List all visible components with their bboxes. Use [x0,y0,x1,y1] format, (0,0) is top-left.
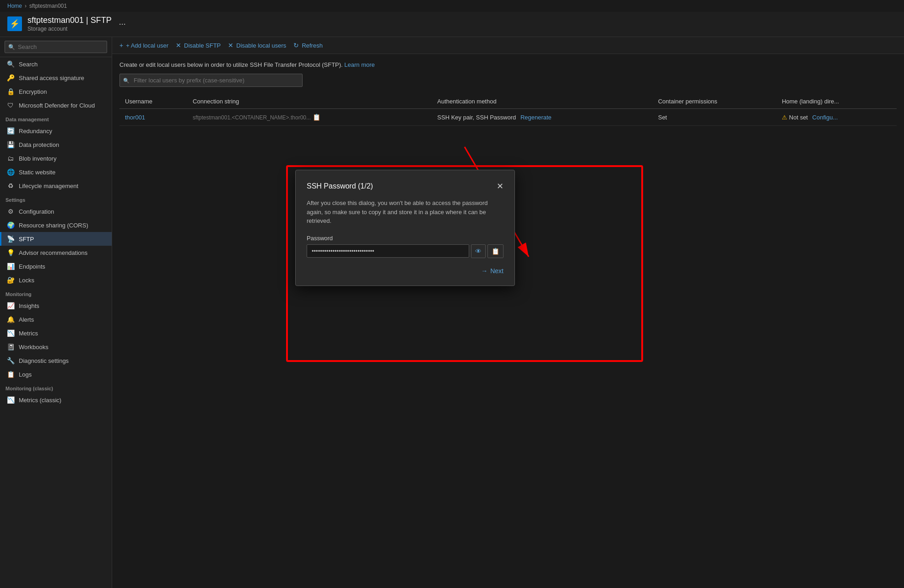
main-content: + + Add local user ✕ Disable SFTP ✕ Disa… [112,37,904,588]
sidebar-item-label-data-protection: Data protection [19,141,59,148]
table-row: thor001sftptestman001.<CONTAINER_NAME>.t… [119,109,897,126]
sidebar-item-label-logs: Logs [19,371,32,378]
sidebar-item-advisor[interactable]: 💡Advisor recommendations [0,246,112,259]
sidebar-item-alerts[interactable]: 🔔Alerts [0,313,112,326]
password-input[interactable] [307,244,469,258]
search-wrap [5,41,107,53]
page-title: sftptestman001 | SFTP [27,16,112,25]
logs-icon: 📋 [7,371,14,378]
sidebar-item-configuration[interactable]: ⚙Configuration [0,205,112,218]
ssh-password-dialog: SSH Password (1/2) ✕ After you close thi… [295,170,515,286]
sidebar-section-label-4: Monitoring (classic) [0,381,112,393]
static-website-icon: 🌐 [7,168,14,176]
home-dir-warning-icon-0: ⚠ [782,114,789,121]
sidebar-item-label-insights: Insights [19,302,39,309]
sftp-icon: 📡 [7,235,14,243]
sidebar-item-sas[interactable]: 🔑Shared access signature [0,71,112,85]
sidebar-item-label-redundancy: Redundancy [19,128,52,135]
learn-more-link[interactable]: Learn more [344,61,374,68]
dialog-close-button[interactable]: ✕ [497,181,503,191]
sidebar-item-blob-inventory[interactable]: 🗂Blob inventory [0,151,112,165]
locks-icon: 🔐 [7,276,14,284]
dialog-box: SSH Password (1/2) ✕ After you close thi… [295,170,515,286]
advisor-icon: 💡 [7,249,14,256]
sidebar-item-logs[interactable]: 📋Logs [0,367,112,381]
page-header-text: sftptestman001 | SFTP Storage account [27,16,112,32]
refresh-icon: ↻ [293,42,299,49]
toolbar: + + Add local user ✕ Disable SFTP ✕ Disa… [112,37,904,54]
sidebar-item-data-protection[interactable]: 💾Data protection [0,138,112,151]
breadcrumb-home[interactable]: Home [7,3,22,9]
filter-input[interactable] [119,74,303,87]
redundancy-icon: 🔄 [7,127,14,135]
copy-connection-string-icon-0[interactable]: 📋 [313,113,320,121]
sidebar-item-insights[interactable]: 📈Insights [0,299,112,313]
sidebar-item-label-sas: Shared access signature [19,75,84,81]
connection-string-0: sftptestman001.<CONTAINER_NAME>.thor00..… [193,114,311,121]
password-input-wrap: 👁 📋 [307,244,503,258]
disable-sftp-button[interactable]: ✕ Disable SFTP [176,42,221,49]
disable-local-users-button[interactable]: ✕ Disable local users [228,42,286,49]
sidebar-section-label-2: Settings [0,193,112,205]
sidebar-item-lifecycle[interactable]: ♻Lifecycle management [0,179,112,193]
sidebar-item-cors[interactable]: 🌍Resource sharing (CORS) [0,218,112,232]
sidebar-items-container: 🔍Search🔑Shared access signature🔒Encrypti… [0,57,112,407]
dialog-title: SSH Password (1/2) [307,182,373,190]
sidebar-item-redundancy[interactable]: 🔄Redundancy [0,124,112,138]
sidebar-item-label-encryption: Encryption [19,88,47,95]
users-table: Username Connection string Authenticatio… [119,94,897,126]
sidebar-item-defender[interactable]: 🛡Microsoft Defender for Cloud [0,98,112,112]
sidebar-item-label-advisor: Advisor recommendations [19,249,87,256]
layout: 🔍Search🔑Shared access signature🔒Encrypti… [0,37,904,588]
sidebar-item-locks[interactable]: 🔐Locks [0,273,112,287]
sidebar-item-workbooks[interactable]: 📓Workbooks [0,340,112,354]
next-button[interactable]: → Next [481,267,503,275]
dialog-header: SSH Password (1/2) ✕ [307,181,503,191]
sidebar: 🔍Search🔑Shared access signature🔒Encrypti… [0,37,112,588]
sidebar-item-label-endpoints: Endpoints [19,263,45,270]
sidebar-item-metrics-classic[interactable]: 📉Metrics (classic) [0,393,112,407]
next-arrow-icon: → [481,267,487,275]
refresh-label: Refresh [302,42,323,49]
sidebar-item-label-metrics: Metrics [19,330,38,337]
sidebar-item-endpoints[interactable]: 📊Endpoints [0,259,112,273]
data-protection-icon: 💾 [7,141,14,148]
metrics-classic-icon: 📉 [7,396,14,404]
copy-password-button[interactable]: 📋 [487,244,503,258]
username-link-0[interactable]: thor001 [125,114,145,121]
col-username: Username [119,94,187,109]
regenerate-link-0[interactable]: Regenerate [520,114,552,121]
endpoints-icon: 📊 [7,263,14,270]
toggle-password-visibility-button[interactable]: 👁 [471,244,486,258]
metrics-icon: 📉 [7,329,14,337]
configuration-icon: ⚙ [7,208,14,215]
sidebar-item-metrics[interactable]: 📉Metrics [0,326,112,340]
breadcrumb-resource: sftptestman001 [29,3,67,9]
sidebar-item-label-metrics-classic: Metrics (classic) [19,397,61,404]
header-menu-button[interactable]: ··· [119,19,126,29]
page-header: ⚡ sftptestman001 | SFTP Storage account … [0,12,904,37]
content-area: Create or edit local users below in orde… [112,54,904,133]
col-home-dir: Home (landing) dire... [776,94,897,109]
configure-home-dir-link-0[interactable]: Configu... [812,114,838,121]
sas-icon: 🔑 [7,74,14,81]
sidebar-item-label-locks: Locks [19,277,34,284]
sidebar-item-sftp[interactable]: 📡SFTP [0,232,112,246]
sidebar-item-label-sftp: SFTP [19,236,34,243]
resource-icon: ⚡ [7,16,22,31]
search-input[interactable] [5,41,107,53]
col-auth-method: Authentication method [432,94,652,109]
search-icon: 🔍 [7,60,14,68]
sidebar-item-diagnostic[interactable]: 🔧Diagnostic settings [0,354,112,367]
filter-wrap [119,74,303,87]
description-text: Create or edit local users below in orde… [119,61,897,68]
sidebar-section-label-1: Data management [0,112,112,124]
refresh-button[interactable]: ↻ Refresh [293,42,323,49]
add-local-user-button[interactable]: + + Add local user [119,42,168,49]
sidebar-item-search[interactable]: 🔍Search [0,57,112,71]
sidebar-item-encryption[interactable]: 🔒Encryption [0,85,112,98]
dialog-description: After you close this dialog, you won't b… [307,199,503,226]
cors-icon: 🌍 [7,221,14,229]
sidebar-item-static-website[interactable]: 🌐Static website [0,165,112,179]
defender-icon: 🛡 [7,102,14,109]
